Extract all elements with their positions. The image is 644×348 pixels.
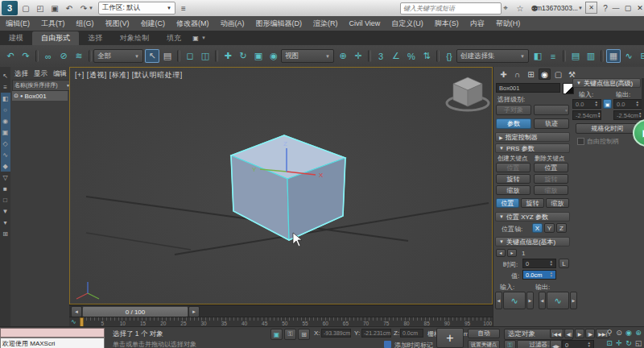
- pan-icon[interactable]: ✛: [614, 338, 624, 348]
- curve-editor-icon[interactable]: ∿: [621, 49, 636, 63]
- in-tangent-button[interactable]: ∿: [503, 292, 526, 309]
- delete-key-button[interactable]: 旋转: [534, 174, 568, 184]
- rollout-prs-parameters[interactable]: ▼PRS 参数: [495, 143, 570, 153]
- display-cameras-icon[interactable]: ▣: [1, 126, 10, 138]
- workspace-selector[interactable]: 工作区: 默认▼: [98, 2, 175, 14]
- key-value-field[interactable]: 0.0cm ▲▼: [522, 270, 556, 280]
- in-tangent-prev-arrow[interactable]: ◀: [495, 292, 502, 309]
- menu-item[interactable]: 工具(T): [35, 16, 71, 31]
- rollout-assign-controller[interactable]: ▶指定控制器: [495, 132, 570, 142]
- unlink-selection-icon[interactable]: ⊘: [56, 49, 71, 63]
- filter-icon[interactable]: ▾: [1, 217, 10, 228]
- toggle-ribbon-icon[interactable]: ▦: [606, 49, 621, 63]
- menu-item[interactable]: 图形编辑器(D): [250, 16, 308, 31]
- separator[interactable]: [436, 50, 440, 62]
- auto-key-button[interactable]: 自动: [468, 329, 500, 338]
- explorer-select-icon[interactable]: ↖: [1, 70, 10, 81]
- zoom-region-icon[interactable]: ⊡: [605, 338, 614, 348]
- ribbon-tab[interactable]: 对象绘制: [111, 31, 158, 45]
- use-pivot-center-icon[interactable]: ⊕: [336, 49, 350, 63]
- select-object-icon[interactable]: ↖: [145, 49, 159, 63]
- menu-item[interactable]: 组(G): [71, 16, 100, 31]
- mini-curve-editor-icon[interactable]: ∿: [71, 318, 76, 325]
- display-geometry-icon[interactable]: ◧: [1, 93, 10, 104]
- key-time-field[interactable]: 0 ▲▼: [522, 259, 556, 268]
- select-and-move-icon[interactable]: ✚: [221, 49, 235, 63]
- parameters-button[interactable]: 参数: [496, 118, 531, 129]
- undo-icon[interactable]: ↶: [63, 2, 76, 14]
- account-caret[interactable]: ▼: [578, 6, 583, 10]
- adv-in-value-field[interactable]: 0.0▲▼: [572, 99, 601, 109]
- ribbon-config-icon[interactable]: ▣: [190, 31, 201, 45]
- time-prev-button[interactable]: ◄: [71, 306, 82, 317]
- create-key-button[interactable]: 旋转: [496, 174, 530, 184]
- zoom-extents-all-icon[interactable]: ⊕: [634, 328, 643, 338]
- adv-out-value-field[interactable]: 0.0▲▼: [613, 99, 642, 109]
- perspective-viewport[interactable]: [+] [透视] [标准] [默认明暗处理]: [69, 67, 493, 304]
- redo-icon[interactable]: ↷: [19, 49, 33, 63]
- tab-create[interactable]: ✚: [497, 68, 510, 80]
- menu-item[interactable]: 编辑(E): [0, 16, 35, 31]
- rectangular-selection-region-icon[interactable]: ◻: [183, 49, 197, 63]
- select-and-manipulate-icon[interactable]: ✛: [351, 49, 365, 63]
- view-cube[interactable]: [447, 77, 489, 110]
- separator[interactable]: [368, 50, 371, 62]
- app-logo[interactable]: 3: [2, 1, 18, 15]
- adv-lock-button[interactable]: ▣: [603, 99, 612, 109]
- menu-item[interactable]: 动画(A): [215, 16, 250, 31]
- play-button[interactable]: ▶: [575, 329, 584, 338]
- edit-named-selection-sets-icon[interactable]: {}: [442, 49, 456, 63]
- zoom-extents-icon[interactable]: ◉: [624, 328, 634, 338]
- separator[interactable]: [35, 50, 39, 62]
- maximize-button[interactable]: ▢: [622, 2, 634, 14]
- isolate-selection-icon[interactable]: ▣: [270, 329, 283, 340]
- tab-hierarchy[interactable]: ⊞: [525, 68, 537, 80]
- orbit-icon[interactable]: ↻: [624, 338, 634, 348]
- zoom-icon[interactable]: ⚲: [605, 328, 614, 338]
- ribbon-config-caret[interactable]: ▼: [201, 35, 206, 40]
- create-key-button[interactable]: 位置: [496, 163, 530, 172]
- add-time-tag-label[interactable]: 添加时间标记: [394, 341, 433, 348]
- time-slider-handle[interactable]: 0 / 100: [82, 306, 188, 317]
- explorer-menu-icon[interactable]: ≡: [1, 81, 10, 93]
- display-groups-icon[interactable]: ◆: [1, 160, 10, 172]
- schematic-view-icon[interactable]: ⊟: [637, 49, 644, 63]
- display-spacewarps-icon[interactable]: ∿: [1, 149, 10, 160]
- select-and-link-icon[interactable]: ∞: [41, 49, 56, 63]
- toggle-layer-explorer-icon[interactable]: ▥: [584, 49, 598, 63]
- separator[interactable]: [563, 50, 566, 62]
- time-lock-button[interactable]: L: [559, 259, 569, 268]
- menu-item[interactable]: 帮助(H): [490, 16, 526, 31]
- coord-y-field[interactable]: -21.231cm: [361, 329, 391, 338]
- reference-coordinate-dropdown[interactable]: 视图▼: [281, 49, 334, 63]
- explorer-add-icon[interactable]: ⊞: [1, 228, 10, 239]
- out-tangent-next-arrow[interactable]: ▶: [570, 292, 577, 309]
- spinner-snap-icon[interactable]: ⇅: [419, 49, 434, 63]
- out-tangent-button[interactable]: ∿: [547, 292, 569, 309]
- current-frame-field[interactable]: 0▲▼: [562, 340, 594, 348]
- minimize-button[interactable]: —: [610, 2, 621, 14]
- tab-display[interactable]: ▢: [552, 68, 564, 80]
- close-button[interactable]: ✕: [634, 2, 644, 14]
- menu-item[interactable]: 内容: [464, 16, 490, 31]
- separator[interactable]: [215, 50, 218, 62]
- search-input[interactable]: [400, 2, 502, 14]
- open-file-icon[interactable]: ◰: [34, 2, 47, 14]
- selection-lock-icon[interactable]: ⚿: [284, 329, 296, 340]
- axis-toggle-button[interactable]: Z: [556, 223, 567, 233]
- tab-motion[interactable]: ◉: [539, 68, 551, 80]
- menu-item[interactable]: Civil View: [344, 16, 386, 31]
- new-file-icon[interactable]: ▢: [19, 2, 32, 14]
- prs-mode-button[interactable]: 位置: [496, 198, 519, 208]
- save-file-icon[interactable]: ▣: [48, 2, 61, 14]
- create-key-button[interactable]: 缩放: [496, 185, 530, 195]
- rollout-key-info-advanced[interactable]: ▼关键点信息(高级): [572, 78, 641, 88]
- maxscript-mini-listener[interactable]: 欢迎使用 MAXScri: [0, 338, 105, 348]
- normalize-time-button[interactable]: 规格化时间: [576, 123, 639, 134]
- ribbon-tab[interactable]: 自由形式: [32, 31, 79, 45]
- sub-object-dropdown[interactable]: ▼: [534, 105, 569, 115]
- ribbon-tab[interactable]: 选择: [79, 31, 111, 45]
- axis-toggle-button[interactable]: Y: [544, 223, 555, 233]
- display-bones-icon[interactable]: ■: [1, 183, 10, 194]
- delete-key-button[interactable]: 缩放: [534, 185, 568, 195]
